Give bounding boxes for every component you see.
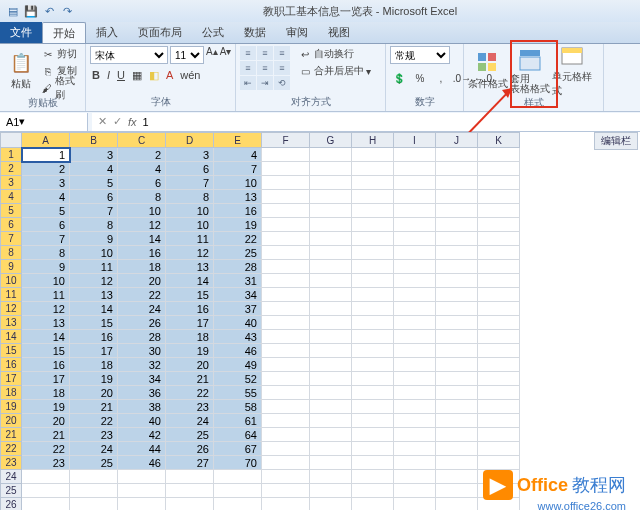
cell[interactable]: 9: [70, 232, 118, 246]
cell[interactable]: 49: [214, 358, 262, 372]
cell[interactable]: [394, 386, 436, 400]
cell[interactable]: [262, 316, 310, 330]
cell[interactable]: 3: [22, 176, 70, 190]
cell[interactable]: 14: [118, 232, 166, 246]
cell[interactable]: [262, 470, 310, 484]
cell[interactable]: [262, 204, 310, 218]
cell[interactable]: [310, 442, 352, 456]
cell[interactable]: 15: [22, 344, 70, 358]
cell[interactable]: [478, 456, 520, 470]
cell[interactable]: [262, 148, 310, 162]
cell[interactable]: [478, 232, 520, 246]
row-header[interactable]: 13: [0, 316, 22, 330]
cell[interactable]: [310, 498, 352, 510]
cell[interactable]: 12: [70, 274, 118, 288]
cell[interactable]: 16: [22, 358, 70, 372]
cell[interactable]: [310, 358, 352, 372]
fill-color-button[interactable]: ◧: [147, 69, 161, 82]
cell[interactable]: [310, 246, 352, 260]
cell[interactable]: [436, 288, 478, 302]
cell[interactable]: [478, 358, 520, 372]
cell[interactable]: 61: [214, 414, 262, 428]
cell[interactable]: 38: [118, 400, 166, 414]
cell[interactable]: 28: [214, 260, 262, 274]
cell[interactable]: [394, 484, 436, 498]
cell[interactable]: 58: [214, 400, 262, 414]
cell[interactable]: 25: [166, 428, 214, 442]
cell[interactable]: [478, 428, 520, 442]
cell[interactable]: [352, 148, 394, 162]
cell[interactable]: [394, 176, 436, 190]
cell[interactable]: 4: [118, 162, 166, 176]
col-header-C[interactable]: C: [118, 132, 166, 148]
cell[interactable]: 3: [70, 148, 118, 162]
cell[interactable]: [310, 274, 352, 288]
cell[interactable]: 13: [70, 288, 118, 302]
cell[interactable]: 7: [214, 162, 262, 176]
number-format-select[interactable]: 常规: [390, 46, 450, 64]
cell[interactable]: 10: [166, 218, 214, 232]
row-header[interactable]: 23: [0, 456, 22, 470]
cell[interactable]: [352, 176, 394, 190]
cell[interactable]: [478, 330, 520, 344]
font-size-select[interactable]: 11: [170, 46, 204, 64]
cell[interactable]: [70, 498, 118, 510]
cell[interactable]: [394, 414, 436, 428]
cell[interactable]: 8: [70, 218, 118, 232]
cell[interactable]: [394, 274, 436, 288]
cell[interactable]: [478, 442, 520, 456]
row-header[interactable]: 2: [0, 162, 22, 176]
cell[interactable]: [262, 232, 310, 246]
cell[interactable]: [394, 260, 436, 274]
cell[interactable]: 12: [22, 302, 70, 316]
cell[interactable]: [436, 428, 478, 442]
cell[interactable]: 10: [70, 246, 118, 260]
formula-input[interactable]: 1: [143, 116, 634, 128]
cell[interactable]: 13: [166, 260, 214, 274]
cell[interactable]: 19: [214, 218, 262, 232]
row-header[interactable]: 7: [0, 232, 22, 246]
row-header[interactable]: 5: [0, 204, 22, 218]
col-header-B[interactable]: B: [70, 132, 118, 148]
cell[interactable]: [262, 218, 310, 232]
cell[interactable]: [478, 274, 520, 288]
cell[interactable]: 40: [214, 316, 262, 330]
cell[interactable]: 5: [70, 176, 118, 190]
cell[interactable]: [166, 470, 214, 484]
cell[interactable]: [310, 400, 352, 414]
cell[interactable]: 7: [70, 204, 118, 218]
cell[interactable]: 44: [118, 442, 166, 456]
cell[interactable]: [352, 260, 394, 274]
conditional-format-button[interactable]: 条件格式: [468, 46, 508, 96]
cell[interactable]: [352, 274, 394, 288]
cell[interactable]: 13: [22, 316, 70, 330]
row-header[interactable]: 17: [0, 372, 22, 386]
row-header[interactable]: 6: [0, 218, 22, 232]
alignment-grid[interactable]: ≡≡≡≡≡≡⇤⇥⟲: [240, 46, 290, 90]
fx-icon[interactable]: fx: [128, 116, 137, 128]
cell[interactable]: [394, 288, 436, 302]
cell[interactable]: 46: [118, 456, 166, 470]
cell[interactable]: 46: [214, 344, 262, 358]
cell[interactable]: [436, 414, 478, 428]
cell[interactable]: [394, 372, 436, 386]
cell[interactable]: 14: [22, 330, 70, 344]
cell[interactable]: [310, 260, 352, 274]
row-header[interactable]: 24: [0, 470, 22, 484]
cell[interactable]: [118, 484, 166, 498]
cell[interactable]: [310, 414, 352, 428]
cell[interactable]: 3: [166, 148, 214, 162]
cell[interactable]: [262, 414, 310, 428]
cell[interactable]: [22, 498, 70, 510]
cell[interactable]: 32: [118, 358, 166, 372]
cell[interactable]: [394, 232, 436, 246]
cell[interactable]: [436, 372, 478, 386]
cell[interactable]: 8: [22, 246, 70, 260]
cell[interactable]: [310, 470, 352, 484]
cell[interactable]: [436, 162, 478, 176]
cell[interactable]: 2: [22, 162, 70, 176]
cell[interactable]: [310, 316, 352, 330]
cancel-icon[interactable]: ✕: [98, 115, 107, 128]
cell[interactable]: [310, 232, 352, 246]
cell[interactable]: [436, 274, 478, 288]
